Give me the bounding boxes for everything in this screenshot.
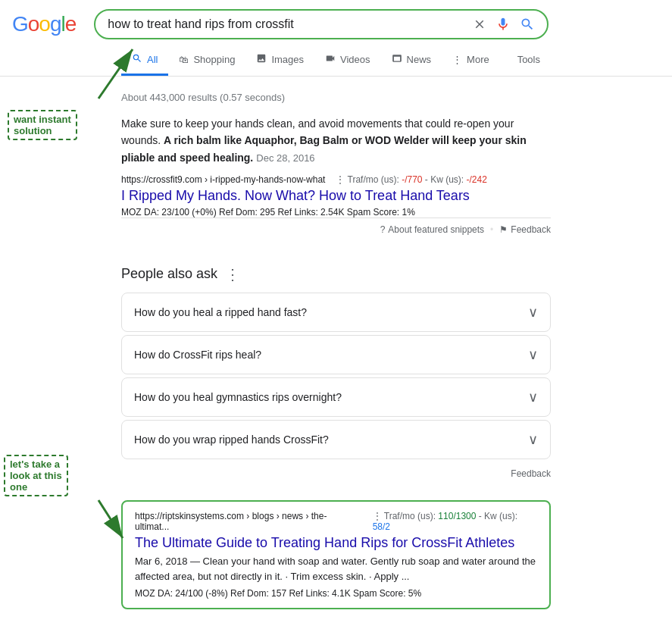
snippet-title-link[interactable]: I Ripped My Hands. Now What? How to Trea… <box>121 188 551 204</box>
search-icons <box>473 17 535 32</box>
snippet-kw-label: - Kw (us): <box>425 174 464 185</box>
logo-g: G <box>12 12 28 36</box>
tab-videos[interactable]: Videos <box>314 45 381 76</box>
google-logo: Google <box>12 12 76 36</box>
snippet-source-row: https://crossfit9.com › i-ripped-my-hand… <box>121 174 551 185</box>
snippet-url: https://crossfit9.com › i-ripped-my-hand… <box>121 174 325 185</box>
second-result-traf-label: Traf/mo <box>384 511 415 521</box>
second-result-traf-icon: ⋮ <box>373 511 382 521</box>
snippet-text: Make sure to keep your hands clean, and … <box>121 115 551 167</box>
tab-videos-icon <box>325 53 336 66</box>
second-result-url: https://riptskinsystems.com › blogs › ne… <box>135 511 361 532</box>
second-result-snippet-text: — Clean your hand with soap and water. G… <box>135 556 536 583</box>
tab-shopping-label: Shopping <box>193 54 235 65</box>
tab-images-label: Images <box>271 54 304 65</box>
paa-feedback-link[interactable]: Feedback <box>121 462 551 485</box>
second-result-traf-value: 110/1300 <box>438 511 476 521</box>
snippet-footer: ? About featured snippets • ⚑ Feedback <box>121 218 551 238</box>
snippet-date: Dec 28, 2016 <box>256 152 314 164</box>
paa-item-0[interactable]: How do you heal a ripped hand fast? ∨ <box>121 293 551 332</box>
snippet-traf-value: -/770 <box>402 174 422 185</box>
tab-all-label: All <box>147 54 158 65</box>
tab-news[interactable]: News <box>381 45 442 76</box>
tab-shopping-icon: 🛍 <box>179 54 189 65</box>
second-result-kw-label: - Kw (us): <box>479 511 517 521</box>
main-content: About 443,000 results (0.57 seconds) Mak… <box>0 77 672 609</box>
paa-heading: People also ask <box>121 266 217 282</box>
second-result-traf: ⋮ Traf/mo (us): 110/1300 - Kw (us): 58/2 <box>373 511 537 532</box>
callout-top-text: want instant solution <box>8 110 77 140</box>
tab-shopping[interactable]: 🛍 Shopping <box>168 46 245 75</box>
paa-header: People also ask ⋮ <box>121 265 551 283</box>
about-snippets-label: About featured snippets <box>388 224 484 235</box>
about-snippets-link[interactable]: ? About featured snippets <box>380 224 484 235</box>
tab-images[interactable]: Images <box>245 45 314 76</box>
paa-item-2[interactable]: How do you heal gymnastics rips overnigh… <box>121 377 551 417</box>
logo-o2: o <box>39 12 50 36</box>
tab-images-icon <box>256 53 267 66</box>
paa-item-1[interactable]: How do CrossFit rips heal? ∨ <box>121 335 551 374</box>
tab-more[interactable]: ⋮ More <box>442 46 500 75</box>
paa-chevron-1: ∨ <box>528 346 538 363</box>
snippet-kw-value: -/242 <box>467 174 487 185</box>
tab-more-label: More <box>467 54 489 65</box>
snippet-traf: ⋮ Traf/mo (us): -/770 - Kw (us): -/242 <box>336 174 486 185</box>
featured-snippet: Make sure to keep your hands clean, and … <box>121 109 551 250</box>
feedback-icon: ⚑ <box>499 224 508 235</box>
logo-o1: o <box>28 12 39 36</box>
clear-button[interactable] <box>473 17 486 31</box>
second-result-title-link[interactable]: The Ultimate Guide to Treating Hand Rips… <box>135 535 537 551</box>
paa-item-3[interactable]: How do you wrap ripped hands CrossFit? ∨ <box>121 420 551 459</box>
paa-question-2: How do you heal gymnastics rips overnigh… <box>134 391 342 403</box>
paa-question-1: How do CrossFit rips heal? <box>134 349 261 361</box>
second-result-kw-value: 58/2 <box>373 521 390 532</box>
help-icon: ? <box>380 224 386 235</box>
results-count: About 443,000 results (0.57 seconds) <box>121 83 551 109</box>
dot-separator: • <box>490 224 493 235</box>
tab-more-icon: ⋮ <box>452 54 462 65</box>
second-result-moz: MOZ DA: 24/100 (-8%) Ref Dom: 157 Ref Li… <box>135 588 537 599</box>
search-button[interactable] <box>520 17 535 32</box>
search-bar[interactable] <box>94 9 549 39</box>
callout-bottom-text: let's take a look at this one <box>4 455 68 496</box>
second-result-traf-us: (us): <box>417 511 436 521</box>
voice-search-button[interactable] <box>495 17 511 32</box>
paa-chevron-2: ∨ <box>528 389 538 405</box>
callout-bottom: let's take a look at this one <box>4 455 68 496</box>
snippet-traf-us: (us): <box>381 174 399 185</box>
paa-options-button[interactable]: ⋮ <box>225 265 240 283</box>
paa-question-0: How do you heal a ripped hand fast? <box>134 306 307 318</box>
callout-top: want instant solution <box>8 110 77 140</box>
logo-g2: g <box>50 12 61 36</box>
paa-question-3: How do you wrap ripped hands CrossFit? <box>134 434 329 446</box>
second-result-snippet: Mar 6, 2018 — Clean your hand with soap … <box>135 554 537 586</box>
snippet-moz: MOZ DA: 23/100 (+0%) Ref Dom: 295 Ref Li… <box>121 207 551 218</box>
snippet-feedback-link[interactable]: ⚑ Feedback <box>499 224 551 235</box>
tab-news-label: News <box>407 54 432 65</box>
logo-e: e <box>65 12 77 36</box>
second-result-url-row: https://riptskinsystems.com › blogs › ne… <box>135 511 537 532</box>
snippet-traf-icon: ⋮ <box>336 174 345 185</box>
tab-news-icon <box>392 53 402 66</box>
paa-chevron-3: ∨ <box>528 431 538 448</box>
nav-tabs: All 🛍 Shopping Images Videos News ⋮ More… <box>0 39 672 77</box>
header: Google <box>0 0 672 39</box>
search-input[interactable] <box>108 17 473 31</box>
snippet-traf-label: Traf/mo <box>348 174 379 185</box>
tab-videos-label: Videos <box>340 54 370 65</box>
second-result: https://riptskinsystems.com › blogs › ne… <box>121 500 551 610</box>
paa-chevron-0: ∨ <box>528 304 538 321</box>
tools-button[interactable]: Tools <box>507 46 551 75</box>
second-result-date: Mar 6, 2018 <box>135 556 187 567</box>
tab-all[interactable]: All <box>121 45 168 76</box>
snippet-feedback-label: Feedback <box>511 224 551 235</box>
tab-all-icon <box>132 53 142 66</box>
people-also-ask-section: People also ask ⋮ How do you heal a ripp… <box>121 265 551 485</box>
snippet-text-bold: A rich balm like Aquaphor, Bag Balm or W… <box>121 134 527 163</box>
